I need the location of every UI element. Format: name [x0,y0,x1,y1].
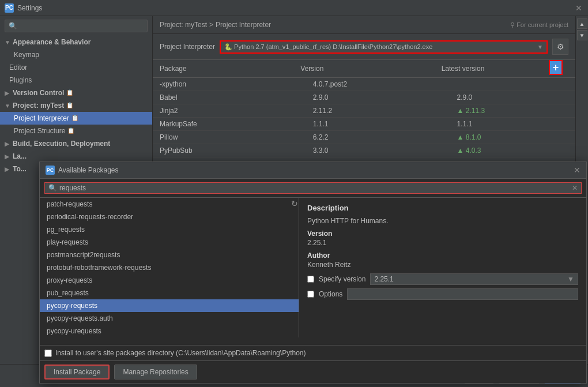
pkg-name: PyPubSub [153,144,306,157]
pkg-version: 2.11.2 [306,104,450,118]
sidebar-item-keymap[interactable]: Keymap [0,48,152,61]
table-row[interactable]: PyPubSub3.3.0▲ 4.0.3 [153,144,575,157]
pkg-version: 1.1.1 [306,118,450,131]
pkg-latest: ▲ 8.1.0 [450,131,575,144]
breadcrumb-hint: ⚲ For current project [510,21,568,29]
pkg-version: 4.0.7.post2 [306,78,450,91]
la-arrow: ▶ [5,153,12,160]
list-item[interactable]: patch-requests [40,198,299,211]
breadcrumb: Project: myTest > Project Interpreter ⚲ … [153,16,575,34]
proj-icon: 📋 [66,102,73,109]
breadcrumb-project: Project: myTest [160,21,207,29]
author-label: Author [307,251,578,260]
pkg-latest [450,78,575,91]
struct-icon: 📋 [67,127,74,134]
table-row[interactable]: Jinja22.11.2▲ 2.11.3 [153,104,575,118]
dialog-titlebar: PC Available Packages ✕ [40,162,586,179]
description-text: Python HTTP for Humans. [307,217,578,225]
list-item[interactable]: postmanscript2requests [40,249,299,261]
dialog-search-row: 🔍 ✕ [40,179,586,198]
sidebar-item-appearance[interactable]: ▼ Appearance & Behavior [0,36,152,48]
specify-version-label: Specify version [319,275,365,283]
sidebar-item-project-structure[interactable]: Project Structure 📋 [0,125,152,137]
sidebar-item-build[interactable]: ▶ Build, Execution, Deployment [0,137,152,150]
specify-version-checkbox[interactable] [307,276,314,283]
refresh-button[interactable]: ↻ [291,199,298,208]
col-version: Version [293,62,434,75]
list-item[interactable]: pycopy-requests.auth [40,312,299,325]
window-close-button[interactable]: ✕ [574,3,583,13]
specify-version-row: Specify version 2.25.1 ▼ [307,273,578,285]
interpreter-select[interactable]: 🐍 Python 2.7 (atm_v1_public_rf_res) D:\I… [220,40,548,54]
title-bar: PC Settings ✕ [0,0,588,16]
package-table: -xpython4.0.7.post2Babel2.9.02.9.0Jinja2… [153,78,575,157]
version-input-container: 2.25.1 ▼ [370,273,578,285]
options-input[interactable] [347,288,578,300]
list-item[interactable]: protobuf-robotframework-requests [40,261,299,274]
list-item[interactable]: periodical-requests-recorder [40,211,299,223]
list-item[interactable]: pg_requests [40,223,299,236]
interpreter-gear-button[interactable]: ⚙ [552,39,568,55]
list-item[interactable]: play-requests [40,236,299,249]
sidebar-item-project-interpreter[interactable]: Project Interpreter 📋 [0,112,152,125]
package-list: patch-requestsperiodical-requests-record… [40,198,299,337]
dialog-icon: PC [46,166,55,175]
sidebar-item-project[interactable]: ▼ Project: myTest 📋 [0,99,152,112]
scroll-up-btn[interactable]: ▲ [577,18,587,29]
sidebar-item-plugins[interactable]: Plugins [0,74,152,87]
build-arrow: ▶ [5,141,12,147]
dialog-bottom-buttons: Install Package Manage Repositories [40,360,586,383]
sidebar-item-editor[interactable]: Editor [0,61,152,74]
available-packages-dialog: PC Available Packages ✕ 🔍 ✕ ↻ patch-requ… [39,161,587,384]
options-checkbox[interactable] [307,291,314,298]
pkg-name: Pillow [153,131,306,144]
install-site-checkbox[interactable] [44,350,52,357]
version-label: Version [307,230,578,238]
pkg-latest: ▲ 2.11.3 [450,104,575,118]
list-item[interactable]: pub_requests [40,287,299,299]
table-row[interactable]: MarkupSafe1.1.11.1.1 [153,118,575,131]
add-package-button[interactable]: + [549,60,563,75]
breadcrumb-sep1: > [209,21,213,29]
vc-arrow: ▶ [5,90,12,96]
table-row[interactable]: Babel2.9.02.9.0 [153,91,575,104]
sidebar-search-input[interactable] [5,20,148,32]
app-icon: PC [5,3,14,13]
dialog-close-button[interactable]: ✕ [574,166,581,175]
pkg-latest: 1.1.1 [450,118,575,131]
col-package: Package [153,62,293,75]
sidebar-item-la[interactable]: ▶ La... [0,150,152,163]
manage-repositories-button[interactable]: Manage Repositories [114,365,197,380]
pkg-name: MarkupSafe [153,118,306,131]
options-label: Options [319,290,342,298]
sidebar-item-versioncontrol[interactable]: ▶ Version Control 📋 [0,87,152,99]
list-item[interactable]: pycopy-requests [40,299,299,312]
pkg-name: -xpython [153,78,306,91]
table-row[interactable]: Pillow6.2.2▲ 8.1.0 [153,131,575,144]
table-row[interactable]: -xpython4.0.7.post2 [153,78,575,91]
install-checkbox-row: Install to user's site packages director… [40,345,586,360]
interpreter-value: 🐍 Python 2.7 (atm_v1_public_rf_res) D:\I… [224,43,537,51]
search-icon: 🔍 [48,184,57,192]
version-value: 2.25.1 [307,239,578,247]
proj-arrow: ▼ [5,103,12,109]
version-dropdown-arrow[interactable]: ▼ [567,275,574,283]
pkg-name: Babel [153,91,306,104]
install-package-button[interactable]: Install Package [44,365,110,380]
package-table-header: Package Version Latest version [153,60,575,78]
interp-icon: 📋 [71,115,78,122]
search-box: 🔍 ✕ [44,182,582,194]
list-item[interactable]: pycopy-urequests [40,325,299,337]
scroll-down-btn[interactable]: ▼ [577,30,587,40]
window-title: Settings [17,4,574,12]
breadcrumb-page: Project Interpreter [216,21,271,29]
vc-icon: 📋 [66,89,73,96]
package-search-input[interactable] [59,184,570,192]
pkg-version: 6.2.2 [306,131,450,144]
version-input-value: 2.25.1 [374,275,567,283]
interpreter-row: Project Interpreter 🐍 Python 2.7 (atm_v1… [153,34,575,60]
search-clear-button[interactable]: ✕ [572,184,578,192]
list-item[interactable]: proxy-requests [40,274,299,287]
package-table-container: Package Version Latest version + [153,60,575,78]
dialog-body: ↻ patch-requestsperiodical-requests-reco… [40,198,586,345]
